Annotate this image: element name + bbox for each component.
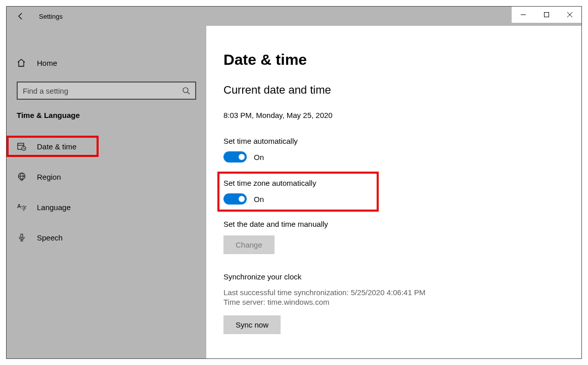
change-button: Change bbox=[223, 235, 275, 254]
set-manual-label: Set the date and time manually bbox=[223, 220, 581, 228]
sync-server-info: Time server: time.windows.com bbox=[223, 298, 581, 306]
maximize-button[interactable] bbox=[535, 7, 558, 23]
sync-section: Synchronize your clock Last successful t… bbox=[223, 272, 581, 334]
current-datetime: 8:03 PM, Monday, May 25, 2020 bbox=[223, 111, 581, 119]
toggle-knob bbox=[239, 196, 245, 202]
set-tz-auto-state: On bbox=[254, 195, 264, 204]
section-current-header: Current date and time bbox=[223, 84, 581, 97]
window-title: Settings bbox=[39, 13, 63, 20]
set-time-auto-toggle[interactable] bbox=[223, 151, 247, 163]
sync-now-button[interactable]: Sync now bbox=[223, 315, 281, 334]
sidebar-item-language[interactable]: A字 Language bbox=[7, 196, 206, 218]
svg-point-2 bbox=[183, 88, 188, 93]
set-tz-auto-block: Set time zone automatically On bbox=[223, 179, 316, 205]
set-tz-auto-toggle[interactable] bbox=[223, 193, 247, 205]
toggle-knob bbox=[239, 154, 245, 160]
sync-header: Synchronize your clock bbox=[223, 272, 581, 281]
minimize-button[interactable] bbox=[512, 7, 535, 23]
sidebar-item-region[interactable]: Region bbox=[7, 166, 206, 187]
svg-text:A: A bbox=[17, 203, 21, 209]
microphone-icon bbox=[17, 233, 27, 242]
sidebar-item-date-time[interactable]: Date & time bbox=[7, 136, 99, 157]
sync-last-info: Last successful time synchronization: 5/… bbox=[223, 288, 581, 297]
back-button[interactable] bbox=[16, 11, 26, 21]
set-time-auto-block: Set time automatically On bbox=[223, 137, 581, 163]
svg-rect-1 bbox=[545, 13, 549, 17]
search-box[interactable] bbox=[17, 82, 196, 100]
home-label: Home bbox=[37, 59, 57, 67]
page-title: Date & time bbox=[223, 51, 581, 68]
home-icon bbox=[17, 58, 27, 67]
set-tz-auto-label: Set time zone automatically bbox=[223, 179, 316, 187]
sidebar-item-label: Speech bbox=[37, 233, 63, 242]
search-input[interactable] bbox=[23, 87, 190, 95]
close-button[interactable] bbox=[558, 7, 581, 23]
svg-text:字: 字 bbox=[21, 205, 26, 211]
svg-line-3 bbox=[188, 92, 190, 94]
titlebar: Settings bbox=[7, 7, 581, 26]
content-pane: Date & time Current date and time 8:03 P… bbox=[206, 26, 581, 358]
sidebar-item-label: Region bbox=[37, 173, 61, 181]
svg-rect-12 bbox=[21, 234, 23, 238]
settings-window: Settings Home bbox=[6, 6, 582, 359]
sidebar-item-speech[interactable]: Speech bbox=[7, 227, 206, 248]
calendar-clock-icon bbox=[17, 142, 27, 151]
search-icon bbox=[182, 87, 190, 95]
window-controls bbox=[512, 7, 581, 23]
set-time-auto-label: Set time automatically bbox=[223, 137, 581, 145]
home-nav[interactable]: Home bbox=[7, 54, 206, 71]
sidebar-section-header: Time & Language bbox=[7, 111, 206, 125]
globe-icon bbox=[17, 172, 27, 181]
sidebar-item-label: Language bbox=[37, 203, 71, 212]
sidebar-item-label: Date & time bbox=[37, 142, 76, 151]
set-time-auto-state: On bbox=[254, 153, 264, 161]
language-icon: A字 bbox=[17, 202, 27, 212]
sidebar: Home Time & Language Date & time bbox=[7, 26, 206, 358]
highlight-set-tz-auto: Set time zone automatically On bbox=[219, 174, 377, 210]
